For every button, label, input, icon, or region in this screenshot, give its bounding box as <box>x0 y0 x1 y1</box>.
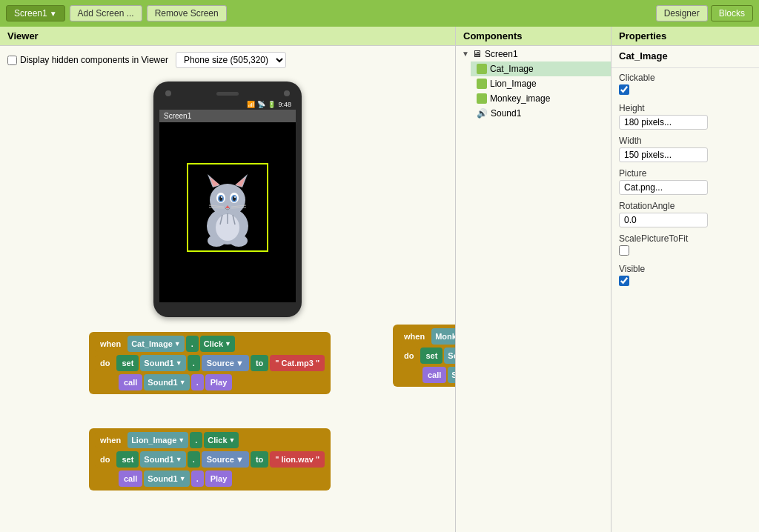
sound1-call-lion-label: Sound1 <box>148 474 177 483</box>
source-cat-dropdown[interactable]: Source ▼ <box>202 355 249 371</box>
tree-sound1[interactable]: 🔊 Sound1 <box>471 106 611 121</box>
play-lion: Play <box>205 471 233 487</box>
screen-content <box>159 122 296 293</box>
designer-button[interactable]: Designer <box>656 5 708 21</box>
monkey-image-icon <box>477 93 487 104</box>
sound1-call-lion-dropdown[interactable]: Sound1 ▼ <box>144 471 189 487</box>
picture-label: Picture <box>619 168 752 179</box>
visible-checkbox[interactable] <box>619 276 629 286</box>
sound1-cat-dropdown[interactable]: Sound1 ▼ <box>140 355 185 371</box>
cat-image-dropdown[interactable]: Cat_Image ▼ <box>127 336 185 352</box>
width-label: Width <box>619 136 752 146</box>
viewer-panel: Viewer Display hidden components in View… <box>0 27 456 532</box>
call-keyword-cat: call <box>119 374 142 390</box>
to-keyword: to <box>251 355 268 371</box>
properties-header: Properties <box>611 27 759 46</box>
cat-image <box>194 167 261 248</box>
do-keyword: do <box>95 355 115 371</box>
phone-container: 📶 📡 🔋 9:48 Screen1 <box>0 74 455 325</box>
display-hidden-checkbox[interactable] <box>7 56 17 65</box>
screen1-button[interactable]: Screen1 ▼ <box>6 5 65 21</box>
sound1-lion-arrow: ▼ <box>176 456 182 463</box>
sound1-call-monkey-dropdown[interactable]: Sound1 ▼ <box>448 367 456 383</box>
to-keyword-lion: to <box>251 451 268 468</box>
blocks-area: when Cat_Image ▼ . Click ▼ do set <box>0 325 455 532</box>
wifi-icon: 📶 <box>247 101 255 108</box>
remove-screen-button[interactable]: Remove Screen <box>147 5 227 21</box>
lion-file-block: " lion.wav " <box>270 451 325 468</box>
signal-icon: 📡 <box>257 101 265 108</box>
lion-dot-call: . <box>191 471 204 487</box>
set-keyword: set <box>116 355 139 371</box>
source-lion-dropdown[interactable]: Source ▼ <box>202 451 249 468</box>
viewer-header: Viewer <box>0 27 455 46</box>
sound1-call-cat-dropdown[interactable]: Sound1 ▼ <box>144 374 189 390</box>
phone-sensor <box>284 90 290 96</box>
sound1-cat-label: Sound1 <box>144 359 173 368</box>
clickable-checkbox[interactable] <box>619 84 629 95</box>
prop-clickable: Clickable <box>611 70 759 100</box>
svg-point-1 <box>210 184 245 216</box>
lion-event-arrow: ▼ <box>229 436 236 444</box>
screen-title-bar: Screen1 <box>159 110 296 122</box>
sound1-call-cat-label: Sound1 <box>148 378 177 387</box>
scale-checkbox[interactable] <box>619 245 629 256</box>
view-toggle: Designer Blocks <box>656 5 753 21</box>
cat-event-dropdown[interactable]: Click ▼ <box>200 336 235 352</box>
monkey-image-tree-label: Monkey_image <box>490 93 550 104</box>
sound1-monkey-label: Sound1 <box>448 351 456 360</box>
cat-event-label: Click <box>204 339 223 348</box>
screen1-dropdown-arrow: ▼ <box>50 10 57 18</box>
block-row-do-cat: do set Sound1 ▼ . Source ▼ to " Cat.mp3 … <box>95 355 325 371</box>
cat-file-block: " Cat.mp3 " <box>270 355 325 371</box>
tree-screen1[interactable]: ▼ 🖥 Screen1 <box>456 46 611 61</box>
main-layout: Viewer Display hidden components in View… <box>0 27 759 532</box>
lion-image-dropdown[interactable]: Lion_Image ▼ <box>127 432 188 448</box>
phone-status-bar: 📶 📡 🔋 9:48 <box>159 99 296 110</box>
block-row-call-monkey: call Sound1 ▼ . Play <box>399 367 456 383</box>
collapse-arrow-screen1[interactable]: ▼ <box>462 50 469 58</box>
cat-dropdown-arrow: ▼ <box>174 340 181 348</box>
sound1-icon: 🔊 <box>477 108 488 119</box>
do-keyword-lion: do <box>95 451 115 468</box>
block-group-lion: when Lion_Image ▼ . Click ▼ do set <box>89 428 331 491</box>
sound1-call-cat-arrow: ▼ <box>179 379 186 386</box>
picture-input[interactable] <box>619 180 708 195</box>
lion-dot: . <box>190 432 202 448</box>
monkey-image-dropdown[interactable]: Monkey_image ▼ <box>431 328 456 345</box>
prop-scale: ScalePictureToFit <box>611 230 759 261</box>
sound1-lion-label: Sound1 <box>144 455 173 464</box>
lion-image-tree-label: Lion_Image <box>490 79 537 89</box>
rotation-input[interactable] <box>619 213 708 227</box>
add-screen-button[interactable]: Add Screen ... <box>70 5 142 21</box>
clickable-label: Clickable <box>619 73 752 83</box>
lion-event-label: Click <box>208 436 227 445</box>
width-input[interactable] <box>619 147 708 162</box>
lion-event-dropdown[interactable]: Click ▼ <box>204 432 239 448</box>
time-display: 9:48 <box>278 101 291 108</box>
sound1-tree-label: Sound1 <box>491 108 521 119</box>
height-label: Height <box>619 103 752 113</box>
screen1-tree-label: Screen1 <box>485 49 518 59</box>
display-hidden-label[interactable]: Display hidden components in Viewer <box>7 55 168 65</box>
phone-size-select[interactable]: Phone size (505,320) <box>176 52 286 68</box>
cat-event-arrow: ▼ <box>225 340 231 348</box>
blocks-button[interactable]: Blocks <box>711 5 753 21</box>
battery-icon: 🔋 <box>268 101 276 108</box>
call-keyword-lion: call <box>119 471 142 487</box>
tree-lion-image[interactable]: Lion_Image <box>471 76 611 91</box>
phone-top <box>159 90 296 99</box>
cat-image-icon <box>477 64 487 74</box>
block-row-when-cat: when Cat_Image ▼ . Click ▼ <box>95 336 325 352</box>
when-keyword-monkey: when <box>399 328 430 345</box>
block-row-do-monkey: do set Sound1 ▼ . Source ▼ to " monkey.w… <box>399 348 456 364</box>
tree-cat-image[interactable]: Cat_Image <box>471 61 611 76</box>
source-lion-arrow: ▼ <box>236 455 244 464</box>
tree-monkey-image[interactable]: Monkey_image <box>471 91 611 106</box>
prop-visible: Visible <box>611 261 759 291</box>
block-row-call-lion: call Sound1 ▼ . Play <box>95 471 325 487</box>
height-input[interactable] <box>619 115 708 130</box>
scale-label: ScalePictureToFit <box>619 233 752 244</box>
sound1-monkey-dropdown[interactable]: Sound1 ▼ <box>444 348 456 364</box>
sound1-lion-dropdown[interactable]: Sound1 ▼ <box>140 451 185 468</box>
